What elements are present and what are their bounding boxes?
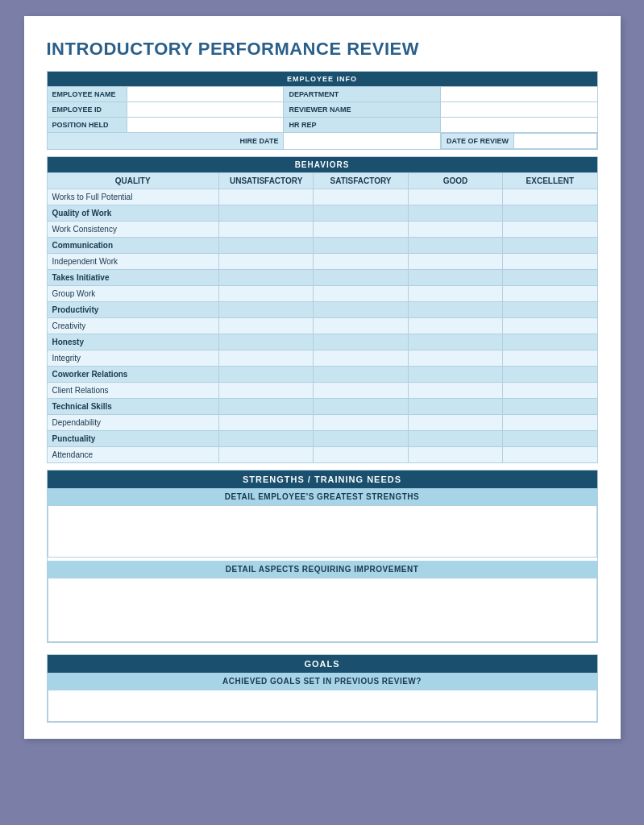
score-cell[interactable]	[218, 318, 313, 334]
score-cell[interactable]	[408, 286, 502, 302]
score-cell[interactable]	[314, 205, 408, 222]
score-cell[interactable]	[218, 399, 313, 415]
behavior-label: Communication	[47, 238, 218, 254]
goals-text-area[interactable]	[48, 690, 597, 722]
score-cell[interactable]	[503, 383, 597, 399]
score-cell[interactable]	[314, 302, 408, 318]
score-cell[interactable]	[314, 270, 408, 286]
score-cell[interactable]	[314, 350, 408, 367]
col-good: GOOD	[408, 173, 502, 189]
score-cell[interactable]	[218, 254, 313, 270]
improvement-label: DETAIL ASPECTS REQUIRING IMPROVEMENT	[48, 561, 597, 578]
score-cell[interactable]	[218, 447, 313, 463]
score-cell[interactable]	[218, 383, 313, 399]
score-cell[interactable]	[503, 302, 597, 318]
emp-name-value[interactable]	[127, 87, 284, 102]
score-cell[interactable]	[218, 302, 313, 318]
hr-rep-value[interactable]	[440, 118, 597, 133]
score-cell[interactable]	[503, 286, 597, 302]
score-cell[interactable]	[218, 286, 313, 302]
score-cell[interactable]	[408, 415, 502, 431]
score-cell[interactable]	[408, 431, 502, 447]
score-cell[interactable]	[503, 447, 597, 463]
score-cell[interactable]	[314, 415, 408, 431]
score-cell[interactable]	[314, 431, 408, 447]
employee-info-table: EMPLOYEE INFO EMPLOYEE NAME DEPARTMENT E…	[47, 71, 598, 150]
improvement-text-area[interactable]	[48, 578, 597, 642]
score-cell[interactable]	[218, 431, 313, 447]
table-row: Work Consistency	[47, 222, 597, 238]
hire-date-value[interactable]	[284, 133, 441, 150]
score-cell[interactable]	[218, 222, 313, 238]
score-cell[interactable]	[503, 334, 597, 350]
score-cell[interactable]	[218, 189, 313, 205]
page-title: INTRODUCTORY PERFORMANCE REVIEW	[47, 39, 598, 60]
behavior-label: Work Consistency	[47, 222, 218, 238]
score-cell[interactable]	[503, 238, 597, 254]
score-cell[interactable]	[314, 254, 408, 270]
reviewer-value[interactable]	[440, 102, 597, 118]
score-cell[interactable]	[408, 318, 502, 334]
score-cell[interactable]	[408, 222, 502, 238]
score-cell[interactable]	[408, 367, 502, 383]
score-cell[interactable]	[503, 270, 597, 286]
score-cell[interactable]	[218, 367, 313, 383]
score-cell[interactable]	[314, 383, 408, 399]
score-cell[interactable]	[314, 334, 408, 350]
score-cell[interactable]	[218, 334, 313, 350]
score-cell[interactable]	[408, 189, 502, 205]
score-cell[interactable]	[408, 383, 502, 399]
behavior-label: Independent Work	[47, 254, 218, 270]
score-cell[interactable]	[314, 318, 408, 334]
score-cell[interactable]	[408, 447, 502, 463]
score-cell[interactable]	[503, 222, 597, 238]
score-cell[interactable]	[503, 205, 597, 222]
score-cell[interactable]	[408, 254, 502, 270]
score-cell[interactable]	[218, 270, 313, 286]
score-cell[interactable]	[218, 350, 313, 367]
date-review-inner: DATE OF REVIEW	[441, 133, 597, 149]
dept-label: DEPARTMENT	[284, 87, 441, 102]
score-cell[interactable]	[218, 205, 313, 222]
col-quality: QUALITY	[47, 173, 218, 189]
strengths-text-area[interactable]	[48, 505, 597, 558]
score-cell[interactable]	[408, 205, 502, 222]
score-cell[interactable]	[503, 399, 597, 415]
score-cell[interactable]	[503, 415, 597, 431]
score-cell[interactable]	[408, 399, 502, 415]
score-cell[interactable]	[408, 238, 502, 254]
score-cell[interactable]	[503, 367, 597, 383]
score-cell[interactable]	[314, 367, 408, 383]
score-cell[interactable]	[503, 318, 597, 334]
score-cell[interactable]	[314, 399, 408, 415]
behavior-label: Dependability	[47, 415, 218, 431]
dept-value[interactable]	[440, 87, 597, 102]
date-review-value[interactable]	[513, 134, 596, 149]
score-cell[interactable]	[503, 350, 597, 367]
strengths-header: STRENGTHS / TRAINING NEEDS	[48, 471, 597, 488]
score-cell[interactable]	[218, 238, 313, 254]
score-cell[interactable]	[408, 334, 502, 350]
table-row: Creativity	[47, 318, 597, 334]
position-value[interactable]	[127, 118, 284, 133]
score-cell[interactable]	[314, 189, 408, 205]
score-cell[interactable]	[314, 286, 408, 302]
score-cell[interactable]	[314, 238, 408, 254]
score-cell[interactable]	[503, 189, 597, 205]
table-row: Attendance	[47, 447, 597, 463]
document-page: INTRODUCTORY PERFORMANCE REVIEW EMPLOYEE…	[24, 16, 621, 739]
score-cell[interactable]	[408, 350, 502, 367]
emp-id-value[interactable]	[127, 102, 284, 118]
score-cell[interactable]	[503, 431, 597, 447]
score-cell[interactable]	[408, 270, 502, 286]
score-cell[interactable]	[314, 447, 408, 463]
score-cell[interactable]	[314, 222, 408, 238]
greatest-strengths-label: DETAIL EMPLOYEE'S GREATEST STRENGTHS	[48, 488, 597, 505]
score-cell[interactable]	[408, 302, 502, 318]
table-row: Independent Work	[47, 254, 597, 270]
score-cell[interactable]	[503, 254, 597, 270]
behavior-label: Takes Initiative	[47, 270, 218, 286]
score-cell[interactable]	[218, 415, 313, 431]
date-review-label: DATE OF REVIEW	[441, 134, 513, 149]
position-label: POSITION HELD	[47, 118, 127, 133]
